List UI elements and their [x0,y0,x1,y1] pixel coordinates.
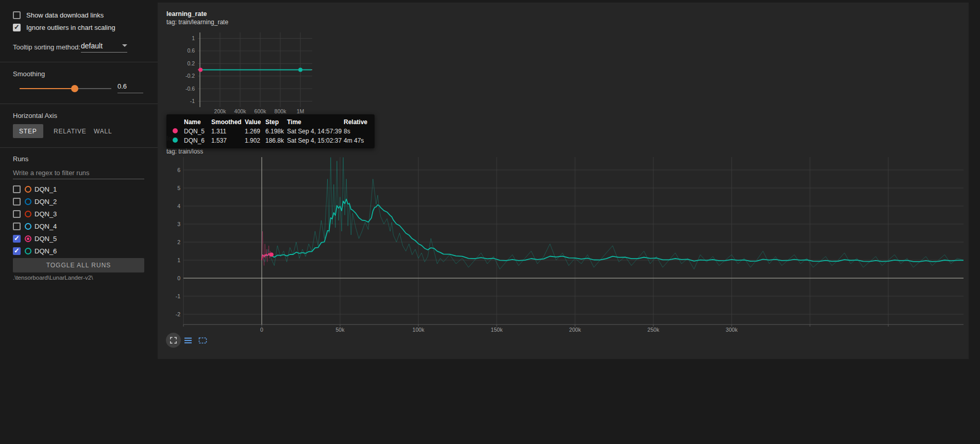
svg-text:-2: -2 [176,311,180,317]
toggle-all-runs-button[interactable]: TOGGLE ALL RUNS [13,258,144,272]
tooltip-table: NameSmoothedValueStepTimeRelative DQN_51… [173,117,374,145]
tooltip-row-DQN_6: DQN_61.5371.902186.8kSat Sep 4, 15:02:37… [173,136,374,145]
run-row-DQN_1[interactable]: DQN_1 [13,183,144,195]
tooltip-cell-smoothed: 1.537 [211,136,245,145]
tooltip-header: Value [245,117,265,127]
run-color-swatch [25,223,31,230]
fit-domain-icon [198,336,207,345]
run-color-swatch [25,211,31,217]
tensorboard-scalars-page: Show data download links Ignore outliers… [0,0,980,444]
data-table-icon [184,336,192,345]
svg-text:50k: 50k [336,327,345,333]
run-color-dot [173,138,178,143]
settings-sidebar: Show data download links Ignore outliers… [0,0,158,444]
tooltip-header: Time [287,117,344,127]
tooltip-cell-smoothed: 1.311 [211,127,245,136]
tooltip-header: Smoothed [211,117,245,127]
svg-text:800k: 800k [275,108,287,114]
svg-text:1: 1 [192,35,195,41]
axis-wall-button[interactable]: WALL [88,124,118,138]
horizontal-axis-label: Horizontal Axis [13,112,57,119]
svg-text:150k: 150k [491,327,503,333]
tooltip-header: Step [265,117,287,127]
run-checkbox-DQN_5[interactable] [13,235,21,243]
run-row-DQN_2[interactable]: DQN_2 [13,195,144,208]
tooltip-sorting-value: default [81,42,103,50]
svg-text:0: 0 [177,275,180,281]
run-checkbox-DQN_3[interactable] [13,210,21,218]
svg-text:-1: -1 [190,98,195,104]
svg-text:300k: 300k [726,327,738,333]
show-download-links-checkbox[interactable] [13,11,21,19]
runs-label: Runs [13,155,28,163]
fullscreen-icon [170,336,177,344]
svg-text:-0.2: -0.2 [185,73,195,79]
smoothing-slider-fill [20,88,75,89]
run-color-swatch [25,235,31,242]
ignore-outliers-checkbox[interactable] [13,24,21,31]
run-color-swatch [25,198,31,205]
divider [0,104,158,104]
run-row-DQN_6[interactable]: DQN_6 [13,245,144,257]
tooltip-cell-value: 1.269 [245,127,265,136]
svg-text:-1: -1 [176,293,180,299]
smoothing-slider[interactable] [20,88,111,89]
run-color-swatch [25,248,31,254]
svg-text:0.2: 0.2 [187,60,195,66]
learning-rate-chart-title: learning_rate [166,10,207,18]
expand-chart-button[interactable] [166,333,181,348]
show-download-links-row[interactable]: Show data download links [13,11,104,19]
run-label: DQN_6 [35,247,57,255]
learning-rate-chart[interactable]: 10.60.2-0.2-0.6-1200k400k600k800k1M [175,28,319,118]
run-label: DQN_5 [35,235,57,243]
tooltip-sorting-select[interactable]: default [81,39,127,53]
tooltip-cell-step: 186.8k [265,136,287,145]
tooltip-header-row: NameSmoothedValueStepTimeRelative [173,117,374,127]
run-row-DQN_4[interactable]: DQN_4 [13,220,144,232]
tooltip-sorting-label: Tooltip sorting method: [13,43,80,51]
svg-text:400k: 400k [234,108,247,114]
svg-text:-0.6: -0.6 [185,86,195,92]
svg-text:0.6: 0.6 [187,47,195,54]
svg-text:1: 1 [177,257,180,263]
svg-text:100k: 100k [413,327,425,333]
tooltip-cell-name: DQN_5 [184,127,211,136]
tooltip-body: DQN_51.3111.2696.198kSat Sep 4, 14:57:39… [173,127,374,145]
fit-domain-button[interactable] [198,336,207,345]
runs-list: DQN_1DQN_2DQN_3DQN_4DQN_5DQN_6 [13,183,144,257]
svg-text:4: 4 [177,203,180,209]
smoothing-value-field[interactable]: 0.6 [117,82,143,93]
axis-step-button[interactable]: STEP [13,124,43,138]
svg-text:2: 2 [177,239,180,245]
run-label: DQN_4 [35,223,57,230]
tooltip-cell-time: Sat Sep 4, 15:02:37 [287,136,344,145]
tooltip-header: Name [184,117,211,127]
run-checkbox-DQN_1[interactable] [13,185,21,193]
axis-relative-button[interactable]: RELATIVE [47,124,93,138]
smoothing-label: Smoothing [13,70,45,78]
run-checkbox-DQN_4[interactable] [13,223,21,230]
tooltip-cell-step: 6.198k [265,127,287,136]
svg-text:5: 5 [177,185,180,191]
svg-text:3: 3 [177,221,180,227]
chart-hover-tooltip: NameSmoothedValueStepTimeRelative DQN_51… [166,114,375,148]
run-row-DQN_3[interactable]: DQN_3 [13,208,144,220]
run-label: DQN_3 [35,210,57,218]
tooltip-row-DQN_5: DQN_51.3111.2696.198kSat Sep 4, 14:57:39… [173,127,374,136]
view-data-table-button[interactable] [183,336,193,345]
learning-rate-chart-tag: tag: train/learning_rate [166,19,228,26]
smoothing-slider-thumb[interactable] [71,85,78,92]
run-color-dot [173,128,178,133]
run-checkbox-DQN_2[interactable] [13,198,21,206]
tooltip-cell-time: Sat Sep 4, 14:57:39 [287,127,344,136]
run-checkbox-DQN_6[interactable] [13,247,21,255]
runs-filter-input[interactable] [13,167,144,179]
ignore-outliers-row[interactable]: Ignore outliers in chart scaling [13,24,115,31]
svg-text:1M: 1M [297,108,305,114]
svg-text:250k: 250k [648,327,660,333]
run-color-swatch [25,186,31,193]
tooltip-cell-name: DQN_6 [184,136,211,145]
tooltip-cell-value: 1.902 [245,136,265,145]
run-row-DQN_5[interactable]: DQN_5 [13,232,144,245]
loss-chart[interactable]: 6543210-1-2050k100k150k200k250k300k [175,155,971,336]
